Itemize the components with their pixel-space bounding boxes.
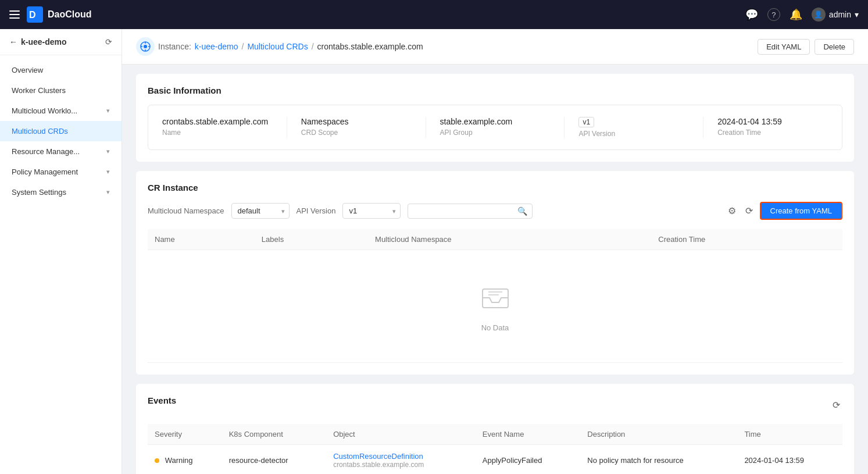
severity-cell: Warning [148,445,222,475]
col-object: Object [326,424,476,445]
info-label-scope: CRD Scope [301,129,412,137]
time-cell: 2024-01-04 13:59 [737,445,842,475]
settings-icon: ⚙ [728,205,736,216]
events-refresh-icon: ⟳ [833,400,840,411]
col-event-name: Event Name [476,424,580,445]
basic-information-section: Basic Information crontabs.stable.exampl… [136,74,854,162]
hamburger-button[interactable] [9,9,20,20]
info-value-creation-time: 2024-01-04 13:59 [717,117,828,126]
col-namespace: Multicloud Namespace [368,229,651,250]
app-name: DaoCloud [48,9,92,20]
user-chevron-icon: ▾ [855,10,859,19]
info-label-name: Name [162,129,273,137]
cr-instance-title: CR Instance [148,183,842,193]
settings-icon-button[interactable]: ⚙ [726,203,738,219]
sidebar-item-system-settings[interactable]: System Settings ▾ [0,182,122,202]
chat-icon[interactable]: 💬 [745,8,758,21]
severity-label: Warning [165,456,193,465]
cr-search-input[interactable] [413,206,517,215]
sidebar-item-label: Overview [12,66,43,74]
cr-controls: Multicloud Namespace default API Version… [148,202,842,220]
edit-yaml-button[interactable]: Edit YAML [758,39,810,55]
breadcrumb-current: crontabs.stable.example.com [317,42,423,51]
object-main-label: CustomResourceDefinition [333,452,469,461]
sidebar-back-button[interactable]: ← k-uee-demo [9,37,67,47]
back-arrow-icon: ← [9,37,17,47]
sidebar-item-label: Resource Manage... [12,147,80,156]
breadcrumb-sep-1: / [242,42,244,51]
sidebar-item-overview[interactable]: Overview [0,60,122,80]
svg-rect-0 [9,10,20,12]
sidebar-item-resource-manage[interactable]: Resource Manage... ▾ [0,141,122,162]
help-icon[interactable]: ? [767,8,780,21]
sidebar-item-multicloud-crds[interactable]: Multicloud CRDs [0,121,122,141]
breadcrumb-section-link[interactable]: Multicloud CRDs [247,42,308,51]
breadcrumb-cluster-link[interactable]: k-uee-demo [195,42,238,51]
main-layout: ← k-uee-demo ⟳ Overview Worker Clusters … [0,29,868,474]
sidebar-refresh-icon[interactable]: ⟳ [105,37,112,47]
col-k8s-component: K8s Component [222,424,326,445]
sidebar-item-policy-management[interactable]: Policy Management ▾ [0,162,122,182]
info-field-apiversion: v1 API Version [578,117,703,138]
col-creation-time: Creation Time [651,229,842,250]
bell-icon[interactable]: 🔔 [790,8,802,21]
navbar-left: D DaoCloud [9,6,92,23]
info-field-scope: Namespaces CRD Scope [301,117,426,138]
events-header: Events ⟳ [148,395,842,415]
col-time: Time [737,424,842,445]
sidebar-item-multicloud-worklo[interactable]: Multicloud Worklo... ▾ [0,101,122,121]
info-label-apigroup: API Group [440,129,551,137]
namespace-filter-label: Multicloud Namespace [148,206,224,215]
svg-rect-1 [9,14,20,15]
user-avatar-icon: 👤 [812,8,826,22]
info-field-name: crontabs.stable.example.com Name [162,117,287,138]
table-row: Warning resource-detector CustomResource… [148,445,842,475]
cr-instance-section: CR Instance Multicloud Namespace default… [136,171,854,375]
sidebar-item-label: Policy Management [12,167,78,176]
cr-controls-right: ⚙ ⟳ Create from YAML [726,202,842,220]
refresh-cr-button[interactable]: ⟳ [743,203,755,219]
empty-text: No Data [481,323,509,332]
search-icon: 🔍 [517,206,527,216]
table-header: Name Labels Multicloud Namespace Creatio… [148,229,842,250]
sidebar-item-label: Worker Clusters [12,86,66,95]
events-table: Severity K8s Component Object Event Name… [148,424,842,474]
api-version-filter-label: API Version [297,206,336,215]
sidebar-item-label: System Settings [12,188,66,197]
basic-info-title: Basic Information [148,85,842,95]
k8s-component-cell: resource-detector [222,445,326,475]
breadcrumb-instance-label: Instance: [158,42,191,51]
events-refresh-button[interactable]: ⟳ [830,397,842,413]
navbar-right: 💬 ? 🔔 👤 admin ▾ [745,8,859,22]
info-value-scope: Namespaces [301,117,412,126]
info-value-name: crontabs.stable.example.com [162,117,273,126]
empty-state: No Data [155,257,835,355]
create-from-yaml-button[interactable]: Create from YAML [760,202,842,220]
sidebar-item-worker-clusters[interactable]: Worker Clusters [0,80,122,101]
breadcrumb-sep-2: / [312,42,314,51]
table-body: No Data [148,250,842,363]
api-version-select[interactable]: v1 [342,203,401,219]
breadcrumb: Instance: k-uee-demo / Multicloud CRDs /… [136,37,423,56]
col-description: Description [580,424,737,445]
namespace-select[interactable]: default [231,203,290,219]
severity-dot-warning [155,458,159,463]
info-label-apiversion: API Version [578,130,689,138]
namespace-select-wrapper: default [231,203,290,219]
events-table-body: Warning resource-detector CustomResource… [148,445,842,475]
sidebar-cluster-name: k-uee-demo [21,37,67,47]
info-card: crontabs.stable.example.com Name Namespa… [148,105,842,150]
delete-button[interactable]: Delete [815,39,854,55]
api-version-select-wrapper: v1 [342,203,401,219]
user-menu[interactable]: 👤 admin ▾ [812,8,859,22]
refresh-icon: ⟳ [745,205,753,216]
empty-inbox-icon [478,280,513,319]
info-field-creation-time: 2024-01-04 13:59 Creation Time [717,117,828,138]
username-label: admin [829,10,851,19]
content-area: Instance: k-uee-demo / Multicloud CRDs /… [122,29,868,474]
sidebar-item-label: Multicloud CRDs [12,127,68,136]
info-field-apigroup: stable.example.com API Group [440,117,565,138]
app-logo: D DaoCloud [27,6,92,23]
chevron-down-icon: ▾ [106,188,110,196]
cr-search-box[interactable]: 🔍 [408,204,533,219]
